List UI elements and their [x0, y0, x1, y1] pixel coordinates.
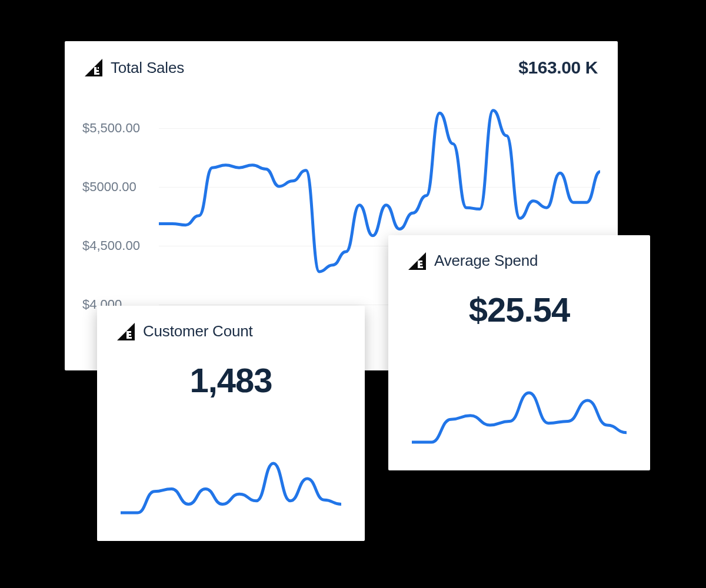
average-spend-card: Average Spend $25.54 — [388, 235, 650, 470]
average-spend-header: Average Spend — [388, 235, 650, 275]
brand-triangle-icon — [85, 59, 102, 76]
average-spend-value: $25.54 — [388, 290, 650, 329]
average-spend-title: Average Spend — [434, 252, 538, 270]
customer-count-title: Customer Count — [143, 322, 253, 340]
customer-count-value: 1,483 — [97, 360, 365, 400]
total-sales-header: Total Sales $163.00 K — [65, 41, 618, 82]
y-tick: $4,500.00 — [82, 238, 140, 253]
customer-count-header: Customer Count — [97, 306, 365, 345]
total-sales-value: $163.00 K — [518, 58, 598, 78]
brand-triangle-icon — [117, 323, 135, 340]
brand-triangle-icon — [408, 252, 426, 270]
total-sales-title: Total Sales — [111, 59, 184, 77]
y-tick: $5000.00 — [82, 179, 136, 195]
customer-count-card: Customer Count 1,483 — [97, 306, 365, 541]
customer-count-sparkline — [121, 459, 341, 517]
y-tick: $5,500.00 — [82, 121, 140, 136]
average-spend-sparkline — [412, 388, 627, 447]
